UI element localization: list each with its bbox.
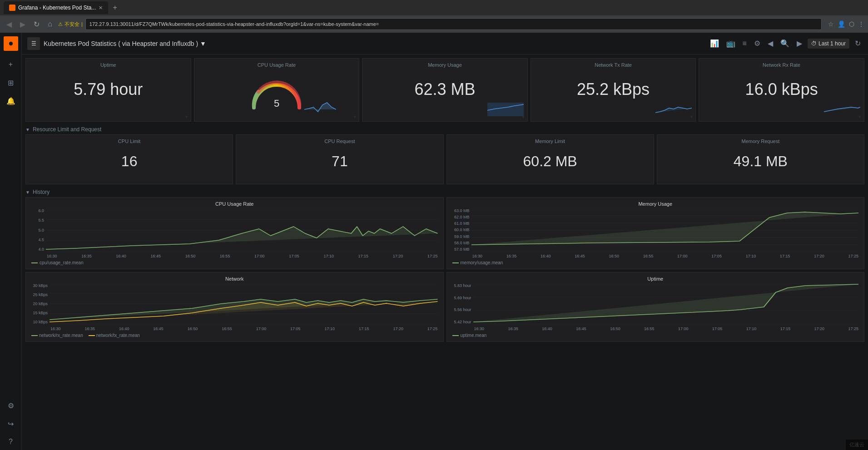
clock-icon: ⏱: [811, 40, 817, 47]
cpu-request-panel: CPU Request 71: [236, 134, 443, 184]
separator: |: [81, 21, 83, 27]
rx-mini-chart: [824, 99, 860, 116]
security-text: 不安全: [64, 21, 79, 28]
network-chart-legend: network/rx_rate.mean network/tx_rate.mea…: [31, 333, 438, 338]
net-y-15: 15 kBps: [31, 311, 48, 315]
home-button[interactable]: ⌂: [45, 20, 55, 28]
sidebar-item-settings[interactable]: ⚙: [3, 397, 19, 414]
network-chart-title: Network: [31, 276, 438, 282]
tab-close-button[interactable]: ✕: [99, 5, 103, 11]
uptime-chart-panel: Uptime 5.83 hour 5.69 hour 5.56 hour 5.4…: [446, 272, 865, 342]
sidebar-item-help[interactable]: ?: [3, 434, 19, 450]
extension-icon[interactable]: ⬡: [849, 20, 854, 28]
memory-limit-value: 60.2 MB: [523, 153, 577, 170]
uptime-title: Uptime: [31, 62, 185, 68]
share-icon[interactable]: 📊: [708, 37, 721, 49]
memory-usage-panel: Memory Usage 62.3 MB ▼: [362, 58, 528, 122]
resource-row: CPU Limit 16 CPU Request 71 Memory Limit…: [25, 134, 864, 184]
resource-section-header[interactable]: ▼ Resource Limit and Request: [25, 124, 864, 134]
uptime-chart-title: Uptime: [452, 276, 859, 282]
memory-chart-title: Memory Usage: [452, 201, 859, 207]
uptime-value: 5.79 hour: [74, 81, 143, 98]
mem-y-62: 62.0 MB: [452, 215, 470, 219]
history-charts-row-1: CPU Usage Rate 6.0 5.5 5.0 4.5 4.0: [25, 197, 864, 269]
cpu-x-axis: 16:3016:3516:4016:4516:5016:5517:0017:05…: [31, 254, 438, 258]
url-bar[interactable]: 172.27.9.131:30011/d/FZ7QMrTWk/kubernete…: [85, 18, 822, 30]
sidebar-item-add[interactable]: +: [3, 56, 19, 73]
time-range-picker[interactable]: ⏱ Last 1 hour: [808, 39, 849, 49]
dashboards-icon: ⊞: [8, 79, 14, 87]
mem-y-57: 57.0 MB: [452, 247, 470, 252]
tx-legend-label: network/tx_rate.mean: [96, 333, 140, 338]
back-time-icon[interactable]: ◀: [766, 37, 775, 49]
menu-icon[interactable]: ⋮: [858, 20, 864, 28]
history-chevron-icon: ▼: [25, 190, 30, 195]
network-rx-value: 16.0 kBps: [745, 81, 818, 98]
new-tab-button[interactable]: +: [110, 4, 119, 12]
grafana-topbar: ☰ Kubernetes Pod Statistics ( via Heapst…: [22, 33, 868, 54]
playlist-icon[interactable]: ≡: [741, 38, 749, 49]
tx-legend-color: [89, 335, 95, 336]
settings-icon[interactable]: ⚙: [752, 37, 762, 49]
network-chart-panel: Network 30 kBps 25 kBps 20 kBps 15 kBps …: [25, 272, 444, 342]
network-tx-panel: Network Tx Rate 25.2 kBps ▼: [531, 58, 696, 122]
active-tab[interactable]: Grafana - Kubernetes Pod Sta... ✕: [4, 1, 108, 14]
memory-x-axis: 16:3016:3516:4016:4516:5016:5517:0017:05…: [452, 254, 859, 258]
forward-button[interactable]: ▶: [17, 20, 28, 29]
sidebar-item-alerts[interactable]: 🔔: [3, 93, 19, 109]
tx-mini-chart: [655, 99, 692, 116]
reload-button[interactable]: ↻: [31, 20, 42, 29]
forward-time-icon[interactable]: ▶: [795, 37, 804, 49]
cpu-chart-panel: CPU Usage Rate 6.0 5.5 5.0 4.5 4.0: [25, 197, 444, 269]
uptime-y-583: 5.83 hour: [452, 283, 471, 288]
profile-icon[interactable]: 👤: [838, 20, 845, 28]
tab-favicon: [9, 5, 15, 11]
stats-row: Uptime 5.79 hour ▼ CPU Usage Rate: [25, 58, 864, 122]
sidebar-item-dashboards[interactable]: ⊞: [3, 74, 19, 91]
memory-mini-chart: [487, 99, 524, 116]
grafana-logo[interactable]: [4, 36, 18, 51]
dashboard-title[interactable]: Kubernetes Pod Statistics ( via Heapster…: [44, 40, 206, 47]
network-rx-panel: Network Rx Rate 16.0 kBps ▼: [699, 58, 864, 122]
network-chart-area: 30 kBps 25 kBps 20 kBps 15 kBps 10 kBps: [31, 283, 438, 326]
panel-corner-1: ▼: [184, 114, 189, 119]
memory-request-title: Memory Request: [663, 138, 858, 144]
dashboard-menu-icon[interactable]: ☰: [27, 37, 40, 50]
tv-icon[interactable]: 📺: [724, 37, 737, 49]
resource-section-title: Resource Limit and Request: [33, 126, 101, 133]
panel-corner-4: ▼: [689, 114, 694, 119]
zoom-icon[interactable]: 🔍: [779, 37, 791, 49]
memory-chart-panel: Memory Usage 63.0 MB 62.0 MB 61.0 MB 60.…: [446, 197, 865, 269]
refresh-icon[interactable]: ↻: [853, 37, 863, 49]
cpu-y-5: 5.0: [31, 228, 44, 232]
cpu-y-55: 5.5: [31, 218, 44, 223]
mem-y-60: 60.0 MB: [452, 227, 470, 232]
net-y-10: 10 kBps: [31, 320, 48, 324]
memory-limit-panel: Memory Limit 60.2 MB: [446, 134, 654, 184]
network-tx-value: 25.2 kBps: [577, 81, 650, 98]
uptime-legend-color: [452, 335, 459, 336]
bookmark-icon[interactable]: ☆: [828, 20, 834, 28]
network-chart-svg: [50, 283, 438, 324]
memory-request-panel: Memory Request 49.1 MB: [657, 134, 864, 184]
back-button[interactable]: ◀: [4, 20, 15, 29]
memory-usage-value: 62.3 MB: [414, 81, 475, 98]
resource-chevron-icon: ▼: [25, 127, 30, 132]
tab-label: Grafana - Kubernetes Pod Sta...: [18, 5, 96, 11]
cpu-limit-value: 16: [121, 153, 138, 170]
url-text: 172.27.9.131:30011/d/FZ7QMrTWk/kubernete…: [89, 21, 379, 27]
cpu-y-4: 4.0: [31, 247, 44, 252]
memory-chart-legend: memory/usage.mean: [452, 260, 859, 265]
mem-y-58: 58.0 MB: [452, 241, 470, 245]
net-y-25: 25 kBps: [31, 292, 48, 297]
network-tx-title: Network Tx Rate: [536, 62, 690, 68]
uptime-chart-area: 5.83 hour 5.69 hour 5.56 hour 5.42 hour: [452, 283, 859, 326]
tab-bar: Grafana - Kubernetes Pod Sta... ✕ +: [0, 0, 868, 15]
sidebar: + ⊞ 🔔 ⚙ ↪ ?: [0, 33, 22, 450]
history-section-header[interactable]: ▼ History: [25, 187, 864, 197]
memory-chart-area: 63.0 MB 62.0 MB 61.0 MB 60.0 MB 59.0 MB …: [452, 208, 859, 253]
security-indicator: ⚠ 不安全 |: [58, 21, 83, 28]
sidebar-item-signout[interactable]: ↪: [3, 415, 19, 432]
mem-y-59: 59.0 MB: [452, 234, 470, 239]
uptime-x-axis: 16:3016:3516:4016:4516:5016:5517:0017:05…: [452, 326, 859, 331]
